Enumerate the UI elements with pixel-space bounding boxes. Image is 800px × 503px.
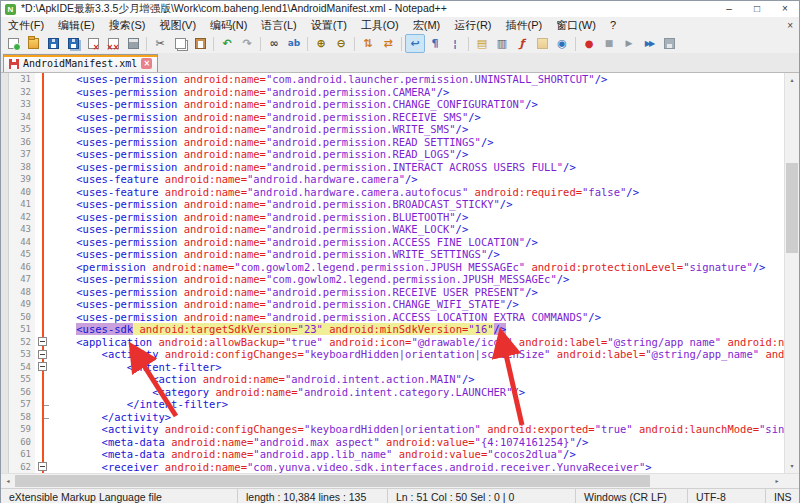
tab-androidmanifest[interactable]: AndroidManifest.xml × bbox=[3, 54, 158, 72]
bookmark-margin[interactable] bbox=[1, 461, 9, 474]
code-line-45[interactable]: 45 <uses-permission android:name="androi… bbox=[1, 248, 799, 261]
code-text[interactable]: <uses-permission android:name="android.p… bbox=[51, 223, 799, 236]
code-line-52[interactable]: 52 <application android:allowBackup="tru… bbox=[1, 336, 799, 349]
code-text[interactable]: <uses-permission android:name="com.andro… bbox=[51, 73, 799, 86]
redo-icon[interactable]: ↷ bbox=[237, 34, 257, 53]
bookmark-margin[interactable] bbox=[1, 386, 9, 399]
fold-margin[interactable] bbox=[35, 361, 51, 374]
maximize-button[interactable]: □ bbox=[743, 1, 771, 17]
fold-margin[interactable] bbox=[35, 248, 51, 261]
print-icon[interactable] bbox=[123, 34, 143, 53]
code-text[interactable]: <category android:name="android.intent.c… bbox=[51, 386, 799, 399]
code-text[interactable]: <receiver android:name="com.yunva.video.… bbox=[51, 461, 799, 474]
zoom-in-icon[interactable]: ⊕ bbox=[311, 34, 331, 53]
fold-margin[interactable] bbox=[35, 273, 51, 286]
bookmark-margin[interactable] bbox=[1, 86, 9, 99]
menu-item-help[interactable]: ? bbox=[603, 18, 623, 32]
bookmark-margin[interactable] bbox=[1, 98, 9, 111]
code-text[interactable]: <uses-sdk android:targetSdkVersion="23" … bbox=[51, 323, 799, 336]
bookmark-margin[interactable] bbox=[1, 223, 9, 236]
fold-margin[interactable] bbox=[35, 373, 51, 386]
code-line-37[interactable]: 37 <uses-permission android:name="androi… bbox=[1, 148, 799, 161]
code-text[interactable]: <permission android:name="com.gowlom2.le… bbox=[51, 261, 799, 274]
menu-item-macro[interactable]: 宏(M) bbox=[406, 18, 448, 32]
bookmark-margin[interactable] bbox=[1, 248, 9, 261]
bookmark-margin[interactable] bbox=[1, 423, 9, 436]
fold-margin[interactable] bbox=[35, 86, 51, 99]
code-lines[interactable]: 31 <uses-permission android:name="com.an… bbox=[1, 73, 799, 473]
code-text[interactable]: <uses-feature android:name="android.hard… bbox=[51, 186, 799, 199]
fold-margin[interactable] bbox=[35, 236, 51, 249]
code-line-62[interactable]: 62 <receiver android:name="com.yunva.vid… bbox=[1, 461, 799, 474]
bookmark-margin[interactable] bbox=[1, 148, 9, 161]
code-line-51[interactable]: 51 <uses-sdk android:targetSdkVersion="2… bbox=[1, 323, 799, 336]
folder-as-workspace-icon[interactable] bbox=[532, 34, 552, 53]
bookmark-margin[interactable] bbox=[1, 111, 9, 124]
close-file-icon[interactable] bbox=[83, 34, 103, 53]
bookmark-margin[interactable] bbox=[1, 436, 9, 449]
bookmark-margin[interactable] bbox=[1, 286, 9, 299]
vertical-scrollbar[interactable]: ▴ ▾ bbox=[784, 73, 799, 473]
bookmark-margin[interactable] bbox=[1, 123, 9, 136]
save-all-icon[interactable] bbox=[63, 34, 83, 53]
scroll-down-icon[interactable]: ▾ bbox=[785, 459, 799, 473]
bookmark-margin[interactable] bbox=[1, 273, 9, 286]
save-macro-icon[interactable] bbox=[659, 34, 679, 53]
code-line-32[interactable]: 32 <uses-permission android:name="androi… bbox=[1, 86, 799, 99]
fold-margin[interactable] bbox=[35, 311, 51, 324]
copy-icon[interactable] bbox=[170, 34, 190, 53]
code-line-31[interactable]: 31 <uses-permission android:name="com.an… bbox=[1, 73, 799, 86]
tab-close-icon[interactable]: × bbox=[141, 58, 152, 69]
code-text[interactable]: <application android:allowBackup="true" … bbox=[51, 336, 799, 349]
code-text[interactable]: <meta-data android:name="android.app.lib… bbox=[51, 448, 799, 461]
run-macro-multiple-icon[interactable]: ▶▶ bbox=[639, 34, 659, 53]
code-text[interactable]: <uses-permission android:name="android.p… bbox=[51, 236, 799, 249]
menu-item-view[interactable]: 视图(V) bbox=[152, 18, 203, 32]
code-line-59[interactable]: 59 <activity android:configChanges="keyb… bbox=[1, 423, 799, 436]
bookmark-margin[interactable] bbox=[1, 198, 9, 211]
fold-margin[interactable] bbox=[35, 223, 51, 236]
scroll-up-icon[interactable]: ▴ bbox=[785, 73, 799, 87]
code-line-57[interactable]: 57 </intent-filter> bbox=[1, 398, 799, 411]
code-line-56[interactable]: 56 <category android:name="android.inten… bbox=[1, 386, 799, 399]
code-line-41[interactable]: 41 <uses-permission android:name="androi… bbox=[1, 198, 799, 211]
bookmark-margin[interactable] bbox=[1, 161, 9, 174]
code-line-60[interactable]: 60 <meta-data android:name="android.max_… bbox=[1, 436, 799, 449]
fold-margin[interactable] bbox=[35, 111, 51, 124]
fold-margin[interactable] bbox=[35, 386, 51, 399]
bookmark-margin[interactable] bbox=[1, 236, 9, 249]
bookmark-margin[interactable] bbox=[1, 373, 9, 386]
fold-collapse-icon[interactable] bbox=[38, 337, 47, 346]
fold-margin[interactable] bbox=[35, 448, 51, 461]
code-text[interactable]: <uses-permission android:name="android.p… bbox=[51, 211, 799, 224]
bookmark-margin[interactable] bbox=[1, 261, 9, 274]
bookmark-margin[interactable] bbox=[1, 398, 9, 411]
fold-collapse-icon[interactable] bbox=[38, 362, 47, 371]
scroll-left-icon[interactable]: ◂ bbox=[1, 474, 15, 488]
open-file-icon[interactable] bbox=[23, 34, 43, 53]
fold-margin[interactable] bbox=[35, 411, 51, 424]
bookmark-margin[interactable] bbox=[1, 348, 9, 361]
function-list-icon[interactable]: ƒ bbox=[512, 34, 532, 53]
bookmark-margin[interactable] bbox=[1, 173, 9, 186]
bookmark-margin[interactable] bbox=[1, 136, 9, 149]
fold-margin[interactable] bbox=[35, 423, 51, 436]
fold-collapse-icon[interactable] bbox=[38, 350, 47, 359]
fold-margin[interactable] bbox=[35, 136, 51, 149]
code-line-54[interactable]: 54 <intent-filter> bbox=[1, 361, 799, 374]
code-text[interactable]: <uses-permission android:name="com.gowlo… bbox=[51, 273, 799, 286]
bookmark-margin[interactable] bbox=[1, 361, 9, 374]
undo-icon[interactable]: ↶ bbox=[217, 34, 237, 53]
stop-macro-icon[interactable]: ■ bbox=[599, 34, 619, 53]
close-button[interactable]: × bbox=[771, 1, 799, 17]
code-text[interactable]: <activity android:configChanges="keyboar… bbox=[51, 423, 799, 436]
bookmark-margin[interactable] bbox=[1, 336, 9, 349]
horizontal-scroll-thumb[interactable] bbox=[15, 475, 650, 487]
code-text[interactable]: <action android:name="android.intent.act… bbox=[51, 373, 799, 386]
code-text[interactable]: </activity> bbox=[51, 411, 799, 424]
code-line-38[interactable]: 38 <uses-permission android:name="androi… bbox=[1, 161, 799, 174]
code-line-35[interactable]: 35 <uses-permission android:name="androi… bbox=[1, 123, 799, 136]
code-line-34[interactable]: 34 <uses-permission android:name="androi… bbox=[1, 111, 799, 124]
menu-item-encoding[interactable]: 编码(N) bbox=[203, 18, 254, 32]
code-text[interactable]: <uses-permission android:name="android.p… bbox=[51, 198, 799, 211]
